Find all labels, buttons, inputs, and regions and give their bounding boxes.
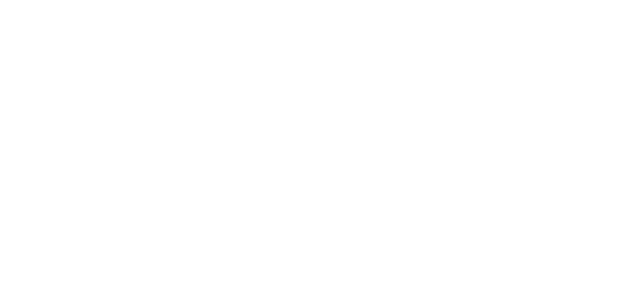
diagram <box>0 0 644 290</box>
